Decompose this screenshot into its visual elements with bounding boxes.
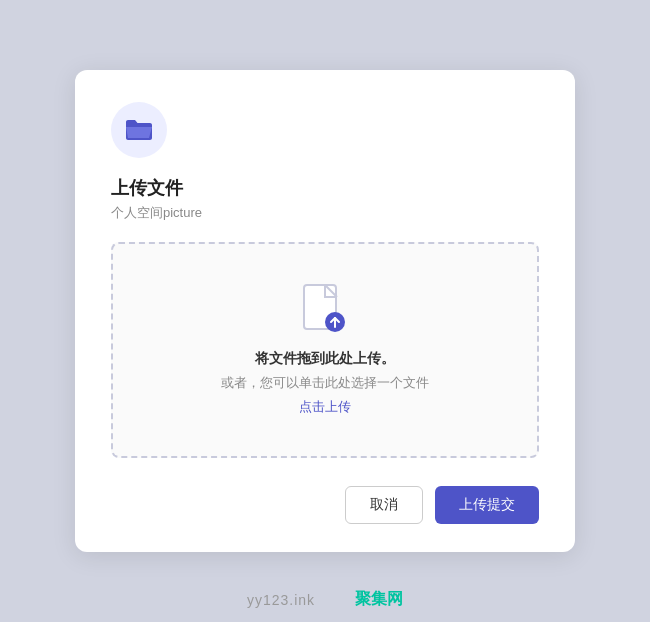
dialog-actions: 取消 上传提交 xyxy=(111,486,539,524)
upload-dialog: 上传文件 个人空间picture 将文件拖到此处上传。 或者，您可以单击此处选择… xyxy=(75,70,575,552)
watermark-left: yy123.ink xyxy=(247,592,315,608)
drag-text: 将文件拖到此处上传。 xyxy=(255,350,395,368)
dialog-subtitle: 个人空间picture xyxy=(111,204,539,222)
alt-text: 或者，您可以单击此处选择一个文件 xyxy=(221,374,429,392)
watermark-area: yy123.ink 聚集网 xyxy=(0,589,650,610)
submit-button[interactable]: 上传提交 xyxy=(435,486,539,524)
folder-open-icon xyxy=(124,115,154,145)
folder-icon-wrapper xyxy=(111,102,167,158)
dialog-title: 上传文件 xyxy=(111,176,539,200)
cancel-button[interactable]: 取消 xyxy=(345,486,423,524)
upload-dropzone[interactable]: 将文件拖到此处上传。 或者，您可以单击此处选择一个文件 点击上传 xyxy=(111,242,539,458)
upload-link[interactable]: 点击上传 xyxy=(299,398,351,416)
file-upload-icon xyxy=(303,284,347,336)
watermark-right: 聚集网 xyxy=(355,589,403,610)
